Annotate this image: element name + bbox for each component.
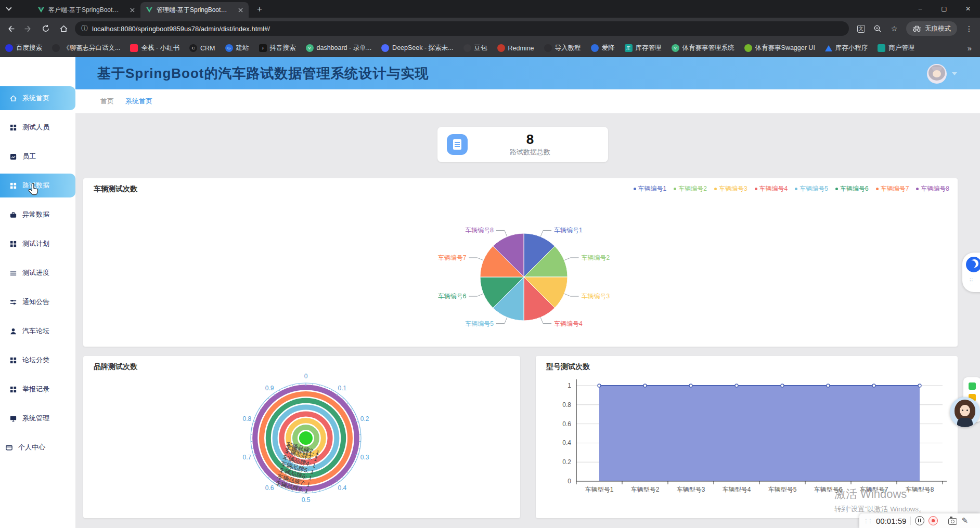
legend-item[interactable]: 车辆编号1 xyxy=(634,184,667,193)
widget-drag-dots-icon[interactable]: :::: xyxy=(970,278,978,286)
legend-item[interactable]: 车辆编号4 xyxy=(755,184,788,193)
vue-logo-icon xyxy=(37,7,45,13)
bookmark-star-icon[interactable]: ☆ xyxy=(887,22,901,35)
legend-item[interactable]: 车辆编号8 xyxy=(916,184,949,193)
stop-record-icon[interactable] xyxy=(929,516,938,525)
sidebar-item-13[interactable]: 个人中心 xyxy=(0,435,75,459)
bookmark-label: 库存小程序 xyxy=(835,44,868,52)
legend-item[interactable]: 车辆编号7 xyxy=(876,184,909,193)
watermark-line2: 转到“设置”以激活 Windows。 xyxy=(834,505,926,514)
sidebar-item-label: 汽车论坛 xyxy=(22,326,49,336)
legend-item[interactable]: 车辆编号2 xyxy=(674,184,707,193)
bookmark-item[interactable]: 豆包 xyxy=(463,44,487,52)
brand-polar-chart[interactable]: 00.10.20.30.40.50.60.70.80.9车辆品牌1: 1车辆品牌… xyxy=(83,356,520,518)
reload-button[interactable] xyxy=(38,21,53,36)
svg-text:车辆编号5: 车辆编号5 xyxy=(465,320,494,327)
toolbar-right: 文 ☆ 无痕模式 ⋮ xyxy=(854,21,976,36)
sidebar-item-6[interactable]: 测试计划 xyxy=(0,232,75,256)
bookmark-favicon xyxy=(381,44,389,52)
bookmark-item[interactable]: 库库存管理 xyxy=(625,44,662,52)
browser-tab-1[interactable]: 客户端-基于SpringBoot的汽车 xyxy=(32,2,140,18)
sidebar-item-7[interactable]: 测试进度 xyxy=(0,261,75,285)
back-button[interactable] xyxy=(3,21,18,36)
assistant-logo-icon[interactable] xyxy=(966,257,980,272)
bookmark-item[interactable]: 百度搜索 xyxy=(5,44,42,52)
svg-text:0.4: 0.4 xyxy=(338,484,347,492)
pie-legend: 车辆编号1车辆编号2车辆编号3车辆编号4车辆编号5车辆编号6车辆编号7车辆编号8 xyxy=(634,184,950,193)
sidebar-item-1[interactable]: 系统首页 xyxy=(0,86,75,110)
bookmark-favicon xyxy=(463,44,471,52)
tab-close-button[interactable] xyxy=(128,6,136,14)
incognito-label: 无痕模式 xyxy=(925,24,951,33)
sidebar-item-8[interactable]: 通知公告 xyxy=(0,290,75,314)
pencil-icon[interactable]: ✎ xyxy=(961,516,968,525)
bookmark-item[interactable]: DeepSeek - 探索未... xyxy=(381,44,453,52)
legend-item[interactable]: 车辆编号5 xyxy=(795,184,828,193)
home-button[interactable] xyxy=(56,21,71,36)
user-avatar[interactable] xyxy=(927,64,947,84)
sidebar-item-12[interactable]: 系统管理 xyxy=(0,406,75,430)
incognito-badge: 无痕模式 xyxy=(906,21,957,36)
sidebar-item-3[interactable]: 员工 xyxy=(0,144,75,168)
bookmark-item[interactable]: 库存小程序 xyxy=(825,44,868,52)
legend-item[interactable]: 车辆编号6 xyxy=(835,184,869,193)
tab-search-button[interactable] xyxy=(0,0,18,18)
recorder-camera-avatar[interactable] xyxy=(950,397,980,427)
bookmark-item[interactable]: 《聊斋志异白话文... xyxy=(52,44,120,52)
bookmark-item[interactable]: 商户管理 xyxy=(878,44,914,52)
pause-icon[interactable] xyxy=(915,516,924,525)
window-maximize-button[interactable]: ▢ xyxy=(932,0,956,18)
bookmark-item[interactable]: Vdashboard - 录单... xyxy=(306,44,372,52)
site-info-icon[interactable]: ⓘ xyxy=(81,24,88,33)
vue-logo-icon xyxy=(146,7,153,13)
bookmark-item[interactable]: ♪抖音搜索 xyxy=(259,44,296,52)
assistant-side-widget[interactable]: :::: xyxy=(962,253,980,292)
bookmark-item[interactable]: 爱降 xyxy=(591,44,615,52)
user-menu[interactable] xyxy=(927,64,957,84)
zoom-out-icon[interactable] xyxy=(871,22,884,35)
vehicle-pie-chart[interactable]: 车辆编号1车辆编号2车辆编号3车辆编号4车辆编号5车辆编号6车辆编号7车辆编号8 xyxy=(83,178,958,347)
url-text: localhost:8080/springboot9859us78/admin/… xyxy=(92,25,270,33)
window-close-button[interactable]: ✕ xyxy=(956,0,980,18)
address-bar[interactable]: ⓘ localhost:8080/springboot9859us78/admi… xyxy=(75,21,849,36)
bookmark-item[interactable]: 全栈 - 小红书 xyxy=(130,44,179,52)
bookmark-item[interactable]: V体育赛事管理系统 xyxy=(672,44,734,52)
sidebar-item-2[interactable]: 测试人员 xyxy=(0,115,75,139)
window-minimize-button[interactable]: – xyxy=(908,0,932,18)
chart-title: 型号测试次数 xyxy=(546,362,590,372)
svg-text:车辆型号1: 车辆型号1 xyxy=(585,486,614,493)
bookmark-favicon xyxy=(744,44,752,52)
sidebar-item-10[interactable]: 论坛分类 xyxy=(0,348,75,372)
sidebar-item-11[interactable]: 举报记录 xyxy=(0,377,75,401)
svg-text:车辆型号5: 车辆型号5 xyxy=(768,486,797,493)
drag-handle[interactable]: ⋮⋮ xyxy=(863,518,872,524)
tab-title: 客户端-基于SpringBoot的汽车 xyxy=(48,6,124,15)
svg-text:车辆编号6: 车辆编号6 xyxy=(438,293,467,300)
camera-icon[interactable] xyxy=(948,518,957,525)
translate-icon[interactable]: 文 xyxy=(854,22,868,35)
brand-test-count-card: 品牌测试次数 00.10.20.30.40.50.60.70.80.9车辆品牌1… xyxy=(83,356,520,518)
bookmarks-overflow-button[interactable]: » xyxy=(968,44,975,52)
sidebar: 系统首页测试人员员工路试数据异常数据测试计划测试进度通知公告汽车论坛论坛分类举报… xyxy=(0,57,75,528)
legend-item[interactable]: 车辆编号3 xyxy=(714,184,747,193)
bookmark-favicon xyxy=(544,44,552,52)
svg-text:0.2: 0.2 xyxy=(562,458,571,466)
menu-kebab-icon[interactable]: ⋮ xyxy=(962,22,976,35)
breadcrumb-current[interactable]: 系统首页 xyxy=(125,97,152,106)
forward-button[interactable] xyxy=(21,21,35,36)
chart-title: 品牌测试次数 xyxy=(94,362,137,372)
browser-tab-2[interactable]: 管理端-基于SpringBoot的汽车 xyxy=(140,2,249,18)
sidebar-item-5[interactable]: 异常数据 xyxy=(0,203,75,227)
bookmark-item[interactable]: CCRM xyxy=(189,44,215,52)
bookmark-item[interactable]: 体育赛事Swagger UI xyxy=(744,44,815,52)
svg-text:0.4: 0.4 xyxy=(562,439,571,446)
sidebar-item-9[interactable]: 汽车论坛 xyxy=(0,319,75,343)
bookmark-item[interactable]: 导入教程 xyxy=(544,44,581,52)
tab-close-button[interactable] xyxy=(236,6,244,14)
svg-text:0.9: 0.9 xyxy=(265,385,274,392)
new-tab-button[interactable]: + xyxy=(253,3,266,16)
sidebar-item-label: 员工 xyxy=(22,152,36,161)
bookmark-item[interactable]: G建站 xyxy=(225,44,249,52)
breadcrumb-home[interactable]: 首页 xyxy=(100,97,114,106)
bookmark-item[interactable]: Redmine xyxy=(497,44,534,52)
